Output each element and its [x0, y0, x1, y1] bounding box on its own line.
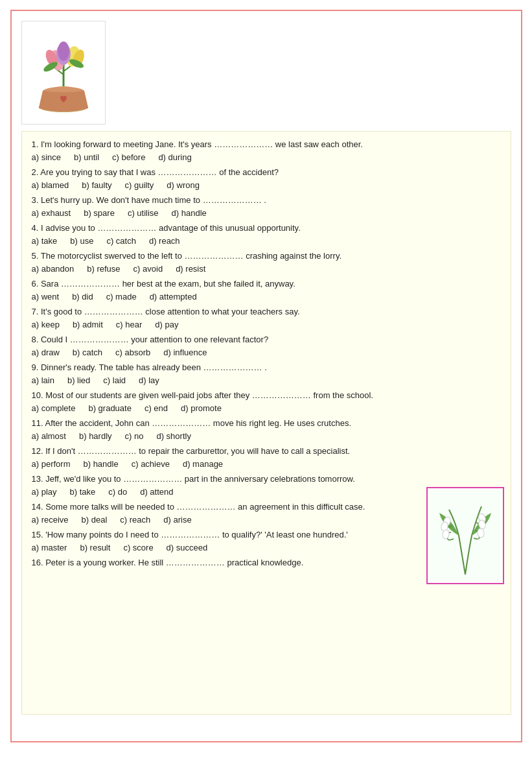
option-5-0: a) abandon	[32, 263, 75, 276]
option-10-1: b) graduate	[88, 402, 132, 415]
option-5-3: d) resist	[176, 263, 205, 276]
option-6-2: c) made	[106, 290, 137, 303]
option-6-0: a) went	[32, 290, 60, 303]
question-3: 3. Let's hurry up. We don't have much ti…	[32, 194, 501, 219]
option-6-3: d) attempted	[150, 290, 197, 303]
question-5: 5. The motorcyclist swerved to the left …	[32, 250, 501, 275]
question-text-9: 9. Dinner's ready. The table has already…	[32, 361, 501, 374]
option-2-0: a) blamed	[32, 179, 69, 192]
option-14-2: c) reach	[120, 514, 150, 527]
option-2-3: d) wrong	[167, 179, 200, 192]
question-text-8: 8. Could I ………………… your attention to one…	[32, 333, 501, 346]
question-text-12: 12. If I don't ………………… to repair the car…	[32, 445, 501, 458]
option-11-1: b) hardly	[79, 430, 112, 443]
option-12-2: c) achieve	[132, 458, 170, 471]
option-7-0: a) keep	[32, 318, 60, 331]
option-5-1: b) refuse	[87, 263, 120, 276]
options-7: a) keepb) admitc) heard) pay	[32, 318, 501, 331]
option-15-1: b) result	[80, 541, 110, 554]
options-12: a) performb) handlec) achieved) manage	[32, 458, 501, 471]
option-5-2: c) avoid	[133, 263, 163, 276]
question-text-13: 13. Jeff, we'd like you to ………………… part …	[32, 473, 501, 486]
option-1-3: d) during	[158, 151, 191, 164]
options-8: a) drawb) catchc) absorbd) influence	[32, 346, 501, 359]
option-8-2: c) absorb	[115, 346, 150, 359]
option-13-1: b) take	[70, 486, 96, 499]
option-13-0: a) play	[32, 486, 57, 499]
option-7-3: d) pay	[155, 318, 178, 331]
option-8-1: b) catch	[73, 346, 102, 359]
option-12-0: a) perform	[32, 458, 71, 471]
option-9-2: c) laid	[103, 374, 126, 387]
option-3-2: c) utilise	[128, 207, 159, 220]
question-8: 8. Could I ………………… your attention to one…	[32, 333, 501, 359]
question-7: 7. It's good to ………………… close attention …	[32, 305, 501, 331]
option-9-1: b) lied	[67, 374, 90, 387]
svg-point-9	[58, 41, 69, 61]
option-11-2: c) no	[125, 430, 144, 443]
options-10: a) completeb) graduatec) endd) promote	[32, 402, 501, 415]
option-14-1: b) deal	[82, 514, 108, 527]
options-2: a) blamedb) faultyc) guiltyd) wrong	[32, 179, 501, 192]
option-12-1: b) handle	[83, 458, 118, 471]
option-14-3: d) arise	[163, 514, 191, 527]
question-1: 1. I'm looking forward to meeting Jane. …	[32, 138, 501, 163]
option-7-1: b) admit	[73, 318, 103, 331]
option-7-2: c) hear	[116, 318, 142, 331]
option-12-3: d) manage	[183, 458, 223, 471]
option-1-1: b) until	[74, 151, 99, 164]
option-15-0: a) master	[32, 541, 67, 554]
option-1-0: a) since	[32, 151, 62, 164]
option-9-3: d) lay	[139, 374, 159, 387]
options-4: a) takeb) usec) catchd) reach	[32, 235, 501, 248]
question-11: 11. After the accident, John can ……………………	[32, 417, 501, 442]
options-11: a) almostb) hardlyc) nod) shortly	[32, 430, 501, 443]
question-9: 9. Dinner's ready. The table has already…	[32, 361, 501, 386]
option-15-2: c) score	[123, 541, 153, 554]
question-12: 12. If I don't ………………… to repair the car…	[32, 445, 501, 470]
question-text-6: 6. Sara ………………… her best at the exam, bu…	[32, 278, 501, 290]
options-9: a) lainb) liedc) laidd) lay	[32, 374, 501, 387]
option-4-2: c) catch	[106, 235, 136, 248]
lily-image	[426, 487, 504, 584]
question-text-4: 4. I advise you to ………………… advantage of …	[32, 222, 501, 235]
option-6-1: b) did	[72, 290, 93, 303]
header	[21, 21, 511, 124]
option-10-3: d) promote	[181, 402, 222, 415]
question-6: 6. Sara ………………… her best at the exam, bu…	[32, 278, 501, 303]
option-1-2: c) before	[112, 151, 145, 164]
option-10-2: c) end	[145, 402, 168, 415]
question-text-10: 10. Most of our students are given well-…	[32, 389, 501, 402]
option-2-2: c) guilty	[125, 179, 154, 192]
option-11-0: a) almost	[32, 430, 66, 443]
flower-pot-image	[21, 21, 106, 124]
options-6: a) wentb) didc) maded) attempted	[32, 290, 501, 303]
option-2-1: b) faulty	[82, 179, 111, 192]
content-area: 1. I'm looking forward to meeting Jane. …	[21, 131, 511, 715]
question-text-7: 7. It's good to ………………… close attention …	[32, 305, 501, 318]
option-11-3: d) shortly	[156, 430, 191, 443]
option-3-1: b) spare	[84, 207, 115, 220]
option-8-3: d) influence	[163, 346, 207, 359]
question-2: 2. Are you trying to say that I was ……………	[32, 166, 501, 191]
question-10: 10. Most of our students are given well-…	[32, 389, 501, 414]
question-text-3: 3. Let's hurry up. We don't have much ti…	[32, 194, 501, 207]
question-text-1: 1. I'm looking forward to meeting Jane. …	[32, 138, 501, 151]
question-text-2: 2. Are you trying to say that I was ……………	[32, 166, 501, 179]
option-3-3: d) handle	[172, 207, 207, 220]
option-4-1: b) use	[70, 235, 93, 248]
options-3: a) exhaustb) sparec) utilised) handle	[32, 207, 501, 220]
option-4-0: a) take	[32, 235, 58, 248]
page: 1. I'm looking forward to meeting Jane. …	[10, 10, 522, 742]
option-4-3: d) reach	[149, 235, 180, 248]
svg-rect-12	[430, 490, 501, 581]
option-13-3: d) attend	[140, 486, 173, 499]
question-4: 4. I advise you to ………………… advantage of …	[32, 222, 501, 247]
option-8-0: a) draw	[32, 346, 60, 359]
option-3-0: a) exhaust	[32, 207, 71, 220]
question-text-11: 11. After the accident, John can ……………………	[32, 417, 501, 430]
options-5: a) abandonb) refusec) avoidd) resist	[32, 263, 501, 276]
option-9-0: a) lain	[32, 374, 54, 387]
option-10-0: a) complete	[32, 402, 76, 415]
question-text-5: 5. The motorcyclist swerved to the left …	[32, 250, 501, 263]
